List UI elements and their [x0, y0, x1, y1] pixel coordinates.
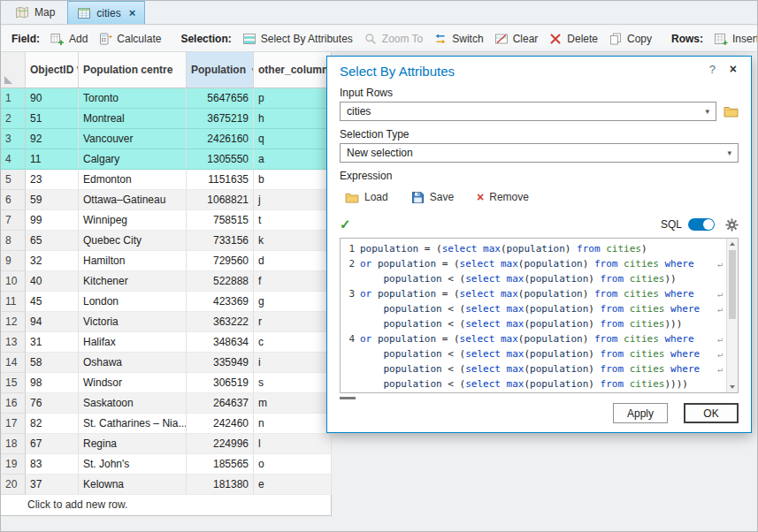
cell-objectid[interactable]: 90	[26, 88, 79, 109]
table-row[interactable]: 17 82 St. Catharines – Nia... 242460 n	[1, 414, 331, 434]
insert-row-button[interactable]: Insert ▾	[708, 29, 758, 49]
cell-population-centre[interactable]: Quebec City	[79, 231, 187, 251]
table-row[interactable]: 10 40 Kitchener 522888 f	[1, 271, 331, 292]
table-row[interactable]: 1 90 Toronto 5647656 p	[1, 88, 331, 109]
gear-icon[interactable]	[725, 218, 739, 232]
cell-other-column[interactable]: r	[254, 312, 332, 332]
add-field-button[interactable]: Add	[45, 29, 93, 49]
cell-population-centre[interactable]: Vancouver	[79, 129, 187, 149]
table-row[interactable]: 6 59 Ottawa–Gatineau 1068821 j	[1, 190, 331, 210]
select-all-corner[interactable]	[1, 52, 26, 87]
browse-folder-icon[interactable]	[724, 105, 739, 118]
row-number[interactable]: 9	[1, 251, 26, 271]
cell-objectid[interactable]: 23	[26, 170, 79, 190]
row-number[interactable]: 20	[1, 475, 26, 495]
cell-population[interactable]: 363222	[187, 312, 254, 332]
cell-population[interactable]: 224996	[187, 434, 254, 454]
row-number[interactable]: 16	[1, 393, 26, 414]
row-number[interactable]: 14	[1, 353, 26, 373]
row-number[interactable]: 18	[1, 434, 26, 454]
cell-population-centre[interactable]: Edmonton	[79, 170, 187, 190]
cell-other-column[interactable]: s	[254, 373, 332, 393]
table-row[interactable]: 7 99 Winnipeg 758515 t	[1, 210, 331, 231]
ok-button[interactable]: OK	[684, 403, 739, 423]
table-row[interactable]: 20 37 Kelowna 181380 e	[1, 475, 331, 495]
column-header-objectid[interactable]: ObjectID *	[26, 52, 79, 87]
row-number[interactable]: 8	[1, 231, 26, 251]
row-number[interactable]: 13	[1, 332, 26, 353]
table-row[interactable]: 4 11 Calgary 1305550 a	[1, 149, 331, 170]
copy-button[interactable]: Copy	[603, 29, 657, 49]
table-row[interactable]: 18 67 Regina 224996 l	[1, 434, 331, 454]
cell-other-column[interactable]: c	[254, 332, 332, 353]
calculate-button[interactable]: Calculate	[93, 29, 166, 49]
cell-population[interactable]: 181380	[187, 475, 254, 495]
switch-selection-button[interactable]: Switch	[428, 29, 488, 49]
cell-objectid[interactable]: 45	[26, 292, 79, 312]
cell-population-centre[interactable]: London	[79, 292, 187, 312]
editor-vertical-scrollbar[interactable]	[726, 239, 738, 392]
cell-population[interactable]: 264637	[187, 393, 254, 414]
table-row[interactable]: 16 76 Saskatoon 264637 m	[1, 393, 331, 414]
cell-population[interactable]: 306519	[187, 373, 254, 393]
row-number[interactable]: 1	[1, 88, 26, 109]
cell-population[interactable]: 1305550	[187, 149, 254, 170]
cell-other-column[interactable]: m	[254, 393, 332, 414]
cell-population-centre[interactable]: Halifax	[79, 332, 187, 353]
cell-objectid[interactable]: 94	[26, 312, 79, 332]
cell-population[interactable]: 758515	[187, 210, 254, 231]
cell-population[interactable]: 5647656	[187, 88, 254, 109]
cell-objectid[interactable]: 83	[26, 454, 79, 475]
tab-cities[interactable]: cities ×	[67, 1, 145, 24]
cell-objectid[interactable]: 32	[26, 251, 79, 271]
cell-objectid[interactable]: 92	[26, 129, 79, 149]
cell-population-centre[interactable]: Montreal	[79, 109, 187, 129]
cell-objectid[interactable]: 65	[26, 231, 79, 251]
row-number[interactable]: 7	[1, 210, 26, 231]
cell-population[interactable]: 1151635	[187, 170, 254, 190]
row-number[interactable]: 15	[1, 373, 26, 393]
column-header-population[interactable]: Population▼	[187, 52, 254, 87]
cell-other-column[interactable]: n	[254, 414, 332, 434]
cell-population-centre[interactable]: Winnipeg	[79, 210, 187, 231]
selection-type-combobox[interactable]: New selection ▾	[340, 143, 739, 163]
cell-population[interactable]: 335949	[187, 353, 254, 373]
cell-population-centre[interactable]: Regina	[79, 434, 187, 454]
cell-other-column[interactable]: q	[254, 129, 332, 149]
table-row[interactable]: 14 58 Oshawa 335949 i	[1, 353, 331, 373]
scroll-down-icon[interactable]	[727, 382, 738, 392]
table-row[interactable]: 11 45 London 423369 g	[1, 292, 331, 312]
cell-other-column[interactable]: b	[254, 170, 332, 190]
cell-objectid[interactable]: 82	[26, 414, 79, 434]
apply-button[interactable]: Apply	[613, 403, 668, 423]
cell-population-centre[interactable]: St. Catharines – Nia...	[79, 414, 187, 434]
row-number[interactable]: 4	[1, 149, 26, 170]
cell-objectid[interactable]: 67	[26, 434, 79, 454]
cell-other-column[interactable]: t	[254, 210, 332, 231]
select-by-attributes-button[interactable]: Select By Attributes	[237, 29, 358, 49]
cell-objectid[interactable]: 37	[26, 475, 79, 495]
clear-selection-button[interactable]: Clear	[489, 29, 544, 49]
cell-population[interactable]: 2426160	[187, 129, 254, 149]
cell-population-centre[interactable]: Saskatoon	[79, 393, 187, 414]
cell-population-centre[interactable]: Toronto	[79, 88, 187, 109]
close-icon[interactable]: ×	[730, 62, 737, 76]
cell-other-column[interactable]: i	[254, 353, 332, 373]
cell-objectid[interactable]: 31	[26, 332, 79, 353]
input-rows-combobox[interactable]: cities ▾	[340, 102, 716, 121]
tab-map[interactable]: Map	[6, 1, 64, 24]
cell-population-centre[interactable]: Victoria	[79, 312, 187, 332]
cell-other-column[interactable]: d	[254, 251, 332, 271]
cell-population-centre[interactable]: Ottawa–Gatineau	[79, 190, 187, 210]
column-header-population-centre[interactable]: Population centre	[79, 52, 187, 87]
cell-other-column[interactable]: h	[254, 109, 332, 129]
row-number[interactable]: 3	[1, 129, 26, 149]
cell-population-centre[interactable]: Calgary	[79, 149, 187, 170]
cell-population[interactable]: 733156	[187, 231, 254, 251]
cell-population-centre[interactable]: St. John's	[79, 454, 187, 475]
table-row[interactable]: 12 94 Victoria 363222 r	[1, 312, 331, 332]
table-row[interactable]: 19 83 St. John's 185565 o	[1, 454, 331, 475]
scrollbar-thumb[interactable]	[729, 250, 736, 319]
cell-other-column[interactable]: f	[254, 271, 332, 292]
table-row[interactable]: 9 32 Hamilton 729560 d	[1, 251, 331, 271]
